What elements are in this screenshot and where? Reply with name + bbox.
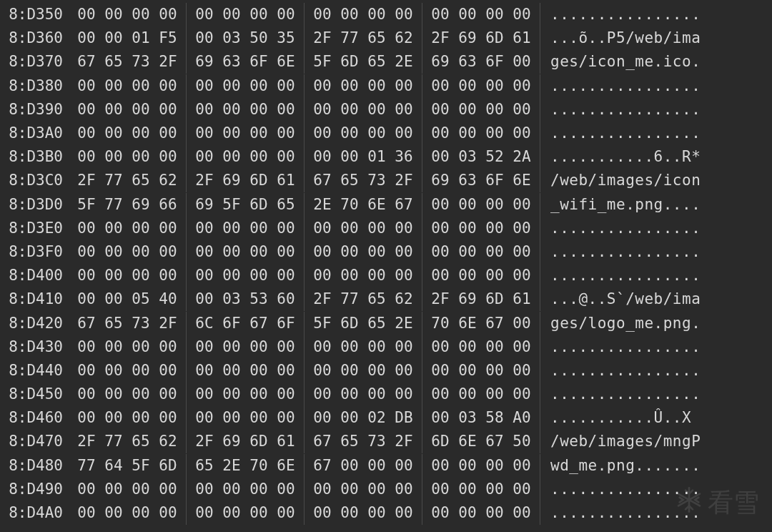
hex-byte[interactable]: 00 — [127, 145, 154, 169]
hex-byte[interactable]: 00 — [508, 122, 535, 145]
hex-byte[interactable]: 00 — [309, 217, 336, 240]
hex-byte[interactable]: 00 — [100, 406, 127, 430]
ascii-cell[interactable]: ...........6..R* — [540, 145, 701, 169]
ascii-cell[interactable]: ................ — [540, 501, 701, 525]
hex-byte[interactable]: 77 — [336, 287, 363, 311]
hex-byte[interactable]: 00 — [73, 217, 100, 240]
hex-byte[interactable]: 00 — [427, 145, 454, 169]
hex-byte[interactable]: 00 — [100, 217, 127, 240]
hex-row[interactable]: 8:D3D05F776966695F6D652E706E6700000000_w… — [0, 193, 772, 217]
hex-byte[interactable]: 65 — [363, 50, 390, 74]
hex-byte[interactable]: 00 — [336, 240, 363, 264]
hex-byte[interactable]: 00 — [218, 406, 245, 430]
hex-byte[interactable]: 00 — [363, 454, 390, 478]
hex-byte[interactable]: 00 — [154, 335, 182, 359]
hex-byte[interactable]: 00 — [154, 74, 182, 98]
hex-byte[interactable]: 00 — [245, 3, 272, 26]
hex-byte[interactable]: 63 — [454, 50, 481, 74]
hex-byte[interactable]: 00 — [481, 3, 508, 26]
hex-byte[interactable]: 00 — [127, 478, 154, 501]
hex-byte[interactable]: 00 — [363, 383, 390, 406]
hex-byte[interactable]: 62 — [390, 26, 417, 50]
hex-byte[interactable]: 00 — [127, 240, 154, 264]
hex-byte[interactable]: 00 — [245, 383, 272, 406]
ascii-cell[interactable]: ...........Û..X — [540, 406, 701, 430]
hex-byte[interactable]: 35 — [272, 26, 300, 50]
hex-row[interactable]: 8:D35000000000000000000000000000000000..… — [0, 3, 772, 26]
hex-byte[interactable]: 5F — [309, 50, 336, 74]
hex-byte[interactable]: 00 — [100, 122, 127, 145]
hex-byte[interactable]: 5F — [309, 312, 336, 335]
hex-byte[interactable]: 00 — [454, 122, 481, 145]
hex-byte[interactable]: 00 — [454, 383, 481, 406]
hex-byte[interactable]: 00 — [336, 383, 363, 406]
hex-byte[interactable]: 00 — [127, 3, 154, 26]
hex-byte[interactable]: 00 — [73, 383, 100, 406]
hex-byte[interactable]: 00 — [481, 217, 508, 240]
hex-row[interactable]: 8:D3F000000000000000000000000000000000..… — [0, 240, 772, 264]
hex-byte[interactable]: 00 — [100, 26, 127, 50]
hex-byte[interactable]: 00 — [454, 478, 481, 501]
hex-byte[interactable]: 00 — [390, 122, 417, 145]
hex-byte[interactable]: 00 — [336, 145, 363, 169]
hex-byte[interactable]: 00 — [73, 98, 100, 122]
hex-byte[interactable]: 00 — [73, 3, 100, 26]
hex-byte[interactable]: 00 — [508, 359, 535, 383]
hex-byte[interactable]: 00 — [427, 264, 454, 287]
hex-byte[interactable]: 6F — [481, 50, 508, 74]
hex-byte[interactable]: 00 — [272, 240, 300, 264]
hex-byte[interactable]: 00 — [309, 3, 336, 26]
hex-byte[interactable]: 2F — [427, 26, 454, 50]
hex-byte[interactable]: 52 — [481, 145, 508, 169]
hex-byte[interactable]: 03 — [454, 406, 481, 430]
hex-row[interactable]: 8:D43000000000000000000000000000000000..… — [0, 335, 772, 359]
hex-byte[interactable]: 5F — [127, 454, 154, 478]
hex-byte[interactable]: 00 — [481, 122, 508, 145]
hex-byte[interactable]: 00 — [336, 74, 363, 98]
hex-byte[interactable]: 69 — [454, 26, 481, 50]
hex-byte[interactable]: 00 — [272, 122, 300, 145]
hex-byte[interactable]: 6E — [454, 430, 481, 453]
hex-byte[interactable]: 6E — [272, 50, 300, 74]
hex-byte[interactable]: 00 — [363, 335, 390, 359]
hex-row[interactable]: 8:D3E000000000000000000000000000000000..… — [0, 217, 772, 240]
hex-byte[interactable]: 00 — [427, 406, 454, 430]
hex-byte[interactable]: 00 — [272, 359, 300, 383]
hex-byte[interactable]: 00 — [218, 264, 245, 287]
hex-byte[interactable]: 67 — [309, 454, 336, 478]
hex-byte[interactable]: 00 — [100, 383, 127, 406]
hex-byte[interactable]: 00 — [73, 406, 100, 430]
hex-byte[interactable]: 63 — [454, 169, 481, 192]
hex-byte[interactable]: 00 — [73, 26, 100, 50]
hex-byte[interactable]: 00 — [390, 217, 417, 240]
hex-byte[interactable]: 00 — [481, 74, 508, 98]
hex-byte[interactable]: 00 — [363, 3, 390, 26]
hex-byte[interactable]: 00 — [336, 3, 363, 26]
hex-byte[interactable]: 00 — [336, 359, 363, 383]
hex-byte[interactable]: 6D — [336, 50, 363, 74]
hex-byte[interactable]: 03 — [218, 287, 245, 311]
hex-byte[interactable]: 00 — [390, 383, 417, 406]
hex-row[interactable]: 8:D44000000000000000000000000000000000..… — [0, 359, 772, 383]
hex-byte[interactable]: 2F — [390, 430, 417, 453]
ascii-cell[interactable]: ................ — [540, 217, 701, 240]
hex-byte[interactable]: 2F — [309, 287, 336, 311]
hex-byte[interactable]: 00 — [481, 98, 508, 122]
hex-byte[interactable]: 00 — [154, 240, 182, 264]
hex-byte[interactable]: 00 — [154, 501, 182, 525]
hex-byte[interactable]: 65 — [100, 50, 127, 74]
hex-byte[interactable]: 00 — [73, 287, 100, 311]
hex-byte[interactable]: 00 — [508, 98, 535, 122]
hex-byte[interactable]: 00 — [508, 312, 535, 335]
hex-byte[interactable]: 03 — [218, 26, 245, 50]
hex-byte[interactable]: 6D — [481, 287, 508, 311]
hex-byte[interactable]: 00 — [100, 3, 127, 26]
hex-byte[interactable]: 2F — [73, 430, 100, 453]
hex-byte[interactable]: 00 — [481, 454, 508, 478]
hex-byte[interactable]: 40 — [154, 287, 182, 311]
hex-byte[interactable]: 00 — [272, 217, 300, 240]
hex-byte[interactable]: 00 — [454, 454, 481, 478]
ascii-cell[interactable]: ................ — [540, 3, 701, 26]
hex-byte[interactable]: 00 — [191, 335, 218, 359]
hex-byte[interactable]: 00 — [427, 122, 454, 145]
